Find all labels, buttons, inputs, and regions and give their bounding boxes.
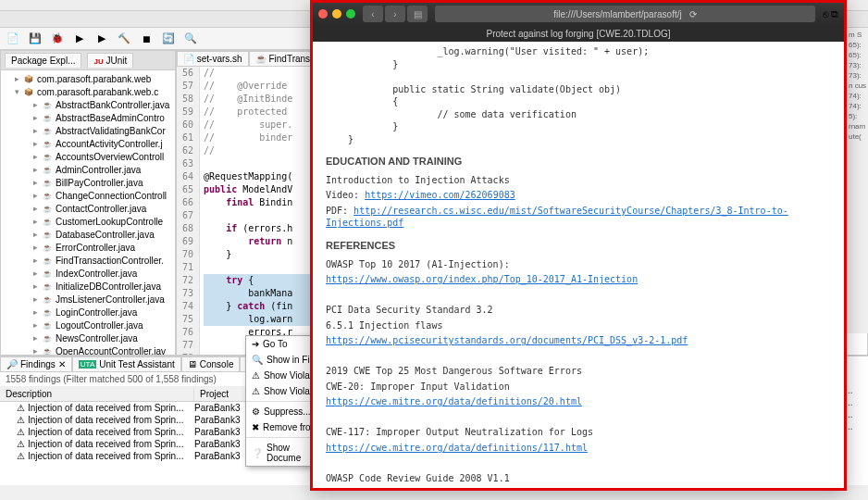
java-file-icon: ☕ (42, 306, 53, 318)
tree-file[interactable]: ▸☕FindTransactionController. (1, 254, 175, 267)
tree-file[interactable]: ▸☕InitializeDBController.java (1, 280, 175, 293)
tab-findings[interactable]: 🔎Findings ✕ (0, 356, 72, 371)
minimize-icon[interactable] (332, 9, 341, 19)
tree-file[interactable]: ▸☕AdminController.java (1, 163, 175, 176)
java-file-icon: ☕ (42, 294, 53, 305)
tree-file[interactable]: ▸☕LoginController.java (1, 306, 175, 319)
left-panel-tabs: Package Expl... JU JUnit (1, 51, 175, 70)
url-bar[interactable]: file:///Users/mlambert/parasoft/j ⟳ (435, 6, 815, 22)
java-file-icon: ☕ (42, 216, 53, 227)
tb-debug-icon[interactable]: 🐞 (48, 30, 67, 48)
ref3-t2: CWE-20: Improper Input Validation (326, 381, 831, 394)
warning-icon: ⚠ (17, 451, 25, 461)
ref5-t1: OWASP Code Review Guide 2008 V1.1 (326, 472, 831, 485)
tree-file-label: ErrorController.java (56, 243, 135, 253)
tb-save-icon[interactable]: 💾 (26, 30, 44, 48)
tree-file[interactable]: ▸☕DatabaseController.java (1, 228, 175, 241)
tab-package-explorer[interactable]: Package Expl... (5, 53, 81, 68)
forward-button[interactable]: › (385, 6, 405, 22)
strip-text: rnam (849, 121, 866, 131)
edu-pdf: PDF: http://research.cs.wisc.edu/mist/So… (326, 205, 831, 230)
mi-label: Go To (263, 339, 288, 349)
finding-desc: Injection of data received from Sprin... (28, 439, 183, 449)
tb-new-icon[interactable]: 📄 (4, 30, 22, 48)
reload-icon[interactable]: ⟳ (689, 9, 697, 19)
edu-pdf-link[interactable]: http://research.cs.wisc.edu/mist/Softwar… (326, 206, 788, 229)
ref2-link[interactable]: https://www.pcisecuritystandards.org/doc… (326, 335, 688, 345)
edu-heading: EDUCATION AND TRAINING (326, 155, 831, 169)
search-icon: 🔍 (252, 355, 263, 365)
java-file-icon: ☕ (42, 268, 53, 279)
sidebar-button[interactable]: ▤ (407, 6, 428, 22)
tab-console[interactable]: 🖥Console (181, 356, 241, 371)
tabs-button[interactable]: ⧉ (831, 8, 838, 20)
java-file-icon: ☕ (42, 125, 53, 136)
tb-refresh-icon[interactable]: 🔄 (159, 30, 178, 48)
tree-file-label: AdminController.java (56, 165, 141, 175)
tree-file[interactable]: ▸☕BillPayController.java (1, 176, 175, 189)
col-description[interactable]: Description (0, 387, 194, 401)
back-button[interactable]: ‹ (363, 6, 383, 22)
tab-label: Unit Test Assistant (99, 359, 175, 369)
ref3-link[interactable]: https://cwe.mitre.org/data/definitions/2… (326, 396, 582, 406)
tb-stop-icon[interactable]: ⏹ (137, 30, 155, 48)
java-file-icon: ☕ (42, 164, 53, 175)
finding-project: ParaBank3 (194, 427, 250, 437)
java-file-icon: ☕ (42, 151, 53, 162)
warn-icon: ⚠ (252, 370, 260, 381)
tab-junit[interactable]: JU JUnit (87, 53, 133, 68)
tree-package[interactable]: ▸📦com.parasoft.parabank.web (1, 72, 175, 85)
share-button[interactable]: ⎋ (823, 8, 829, 20)
tree-file[interactable]: ▸☕AbstractBankController.java (1, 98, 175, 111)
safari-nav: ‹ › ▤ (363, 6, 428, 22)
safari-body[interactable]: _log.warning("User visited: " + user); }… (313, 42, 844, 488)
tree-file[interactable]: ▸☕ChangeConnectionControll (1, 189, 175, 202)
tree-file-label: AbstractBankController.java (56, 100, 169, 110)
tree-file[interactable]: ▸☕AccountsOverviewControll (1, 150, 175, 163)
java-file-icon: ☕ (42, 190, 53, 201)
ref1-link[interactable]: https://www.owasp.org/index.php/Top_10-2… (326, 274, 638, 284)
editor-tab[interactable]: 📄 set-vars.sh (177, 51, 249, 66)
tab-label: Findings (20, 359, 56, 369)
col-project[interactable]: Project (194, 387, 250, 401)
tree-file[interactable]: ▸☕JmsListenerController.java (1, 293, 175, 306)
strip-text: 5): (849, 111, 866, 121)
tree-file[interactable]: ▸☕LogoutController.java (1, 319, 175, 331)
edu-video-link[interactable]: https://vimeo.com/262069083 (365, 190, 515, 200)
package-tree[interactable]: ▸📦com.parasoft.parabank.web ▾📦com.paraso… (1, 70, 175, 355)
edu-video: Video: https://vimeo.com/262069083 (326, 189, 831, 202)
help-icon: ❔ (252, 448, 263, 458)
doc-code-block: _log.warning("User visited: " + user); }… (326, 45, 831, 145)
tb-build-icon[interactable]: 🔨 (115, 30, 133, 48)
label: PDF: (326, 206, 353, 216)
tree-file[interactable]: ▸☕ContactController.java (1, 202, 175, 215)
close-icon: ✖ (252, 422, 259, 432)
tree-file[interactable]: ▸☕NewsController.java (1, 331, 175, 344)
ref4-link[interactable]: https://cwe.mitre.org/data/definitions/1… (326, 443, 588, 453)
zoom-icon[interactable] (346, 9, 355, 19)
tree-file[interactable]: ▸☕AbstractValidatingBankCor (1, 124, 175, 137)
tb-run-icon[interactable]: ▶ (70, 30, 89, 48)
close-icon[interactable] (318, 9, 328, 19)
tree-file[interactable]: ▸☕AbstractBaseAdminContro (1, 111, 175, 124)
ref3-t1: 2019 CWE Top 25 Most Dangerous Software … (326, 365, 831, 378)
finding-desc: Injection of data received from Sprin... (28, 427, 183, 437)
tree-file[interactable]: ▸☕OpenAccountController.jav (1, 344, 175, 355)
tree-file[interactable]: ▸☕ErrorController.java (1, 241, 175, 254)
sh-icon: 📄 (183, 54, 194, 64)
tb-search-icon[interactable]: 🔍 (181, 30, 200, 48)
traffic-lights (318, 9, 355, 19)
tree-file[interactable]: ▸☕IndexController.java (1, 267, 175, 280)
java-file-icon: ☕ (42, 203, 53, 214)
tree-package[interactable]: ▾📦com.parasoft.parabank.web.c (1, 85, 175, 98)
ref-heading: REFERENCES (326, 239, 831, 253)
tab-uta[interactable]: UTAUnit Test Assistant (72, 356, 181, 371)
tree-file-label: DatabaseController.java (56, 230, 155, 240)
gear-icon: ⚙ (252, 406, 260, 417)
warn-icon: ⚠ (252, 386, 260, 396)
tree-file[interactable]: ▸☕AccountActivityController.j (1, 137, 175, 150)
tb-run-external-icon[interactable]: ▶ (93, 30, 111, 48)
tree-file[interactable]: ▸☕CustomerLookupControlle (1, 215, 175, 228)
warning-icon: ⚠ (17, 439, 25, 449)
finding-desc: Injection of data received from Sprin... (28, 451, 183, 461)
